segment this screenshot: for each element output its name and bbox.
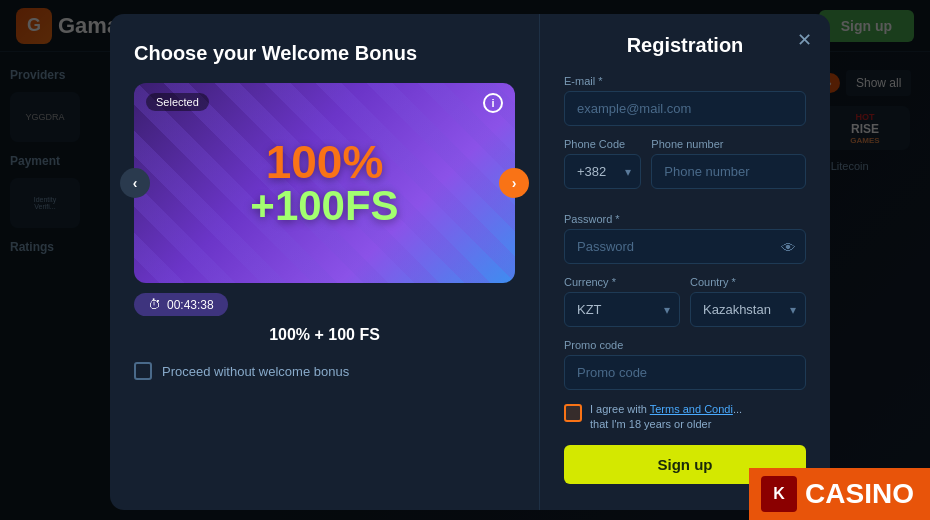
toggle-password-icon[interactable]: 👁	[781, 238, 796, 255]
email-label: E-mail *	[564, 75, 806, 87]
registration-modal: Choose your Welcome Bonus Selected i 100…	[110, 14, 830, 510]
currency-select[interactable]: KZT USD EUR RUB	[564, 292, 680, 327]
phone-code-group: Phone Code +382 +1 +7 +44	[564, 138, 641, 189]
info-icon[interactable]: i	[483, 93, 503, 113]
bonus-panel: Choose your Welcome Bonus Selected i 100…	[110, 14, 540, 510]
password-group: Password * 👁	[564, 213, 806, 264]
timer-badge: ⏱ 00:43:38	[134, 293, 228, 316]
phone-code-wrapper: +382 +1 +7 +44	[564, 154, 641, 189]
currency-group: Currency * KZT USD EUR RUB	[564, 276, 680, 327]
bonus-nav-prev-button[interactable]: ‹	[120, 168, 150, 198]
registration-title: Registration	[564, 34, 806, 57]
bonus-card-wrapper: Selected i 100% +100FS ‹ ›	[134, 83, 515, 283]
casino-watermark: K CASINO	[749, 468, 930, 520]
email-input[interactable]	[564, 91, 806, 126]
bonus-amount-text: 100%	[266, 139, 384, 185]
currency-select-wrapper: KZT USD EUR RUB	[564, 292, 680, 327]
bonus-fs-text: +100FS	[250, 185, 398, 227]
casino-k-icon: K	[761, 476, 797, 512]
timer-icon: ⏱	[148, 297, 161, 312]
agree-row: I agree with Terms and Condi... that I'm…	[564, 402, 806, 433]
agree-text: I agree with Terms and Condi... that I'm…	[590, 402, 742, 433]
country-select[interactable]: Kazakhstan Russia Ukraine Other	[690, 292, 806, 327]
password-input[interactable]	[564, 229, 806, 264]
password-wrapper: 👁	[564, 229, 806, 264]
phone-number-label: Phone number	[651, 138, 806, 150]
proceed-checkbox[interactable]	[134, 362, 152, 380]
selected-badge: Selected	[146, 93, 209, 111]
close-modal-button[interactable]: ✕	[790, 26, 818, 54]
country-select-wrapper: Kazakhstan Russia Ukraine Other	[690, 292, 806, 327]
promo-group: Promo code	[564, 339, 806, 390]
bonus-nav-next-button[interactable]: ›	[499, 168, 529, 198]
proceed-row: Proceed without welcome bonus	[134, 362, 349, 380]
country-label: Country *	[690, 276, 806, 288]
password-label: Password *	[564, 213, 806, 225]
bonus-title: Choose your Welcome Bonus	[134, 42, 417, 65]
bonus-card: Selected i 100% +100FS	[134, 83, 515, 283]
proceed-label: Proceed without welcome bonus	[162, 364, 349, 379]
promo-label: Promo code	[564, 339, 806, 351]
phone-number-input[interactable]	[651, 154, 806, 189]
timer-text: 00:43:38	[167, 298, 214, 312]
phone-group: Phone Code +382 +1 +7 +44 Phone number	[564, 138, 806, 201]
bonus-name: 100% + 100 FS	[134, 326, 515, 344]
agree-checkbox[interactable]	[564, 404, 582, 422]
phone-code-select[interactable]: +382 +1 +7 +44	[564, 154, 641, 189]
country-group: Country * Kazakhstan Russia Ukraine Othe…	[690, 276, 806, 327]
casino-letter: K	[773, 485, 785, 503]
promo-input[interactable]	[564, 355, 806, 390]
age-confirm-text: that I'm 18 years or older	[590, 418, 711, 430]
email-group: E-mail *	[564, 75, 806, 126]
casino-label: CASINO	[805, 478, 914, 510]
terms-link[interactable]: Terms and Condi	[650, 403, 733, 415]
currency-country-row: Currency * KZT USD EUR RUB Country * Kaz…	[564, 276, 806, 339]
registration-panel: ✕ Registration E-mail * Phone Code +382 …	[540, 14, 830, 510]
phone-row: Phone Code +382 +1 +7 +44 Phone number	[564, 138, 806, 201]
phone-number-group: Phone number	[651, 138, 806, 189]
currency-label: Currency *	[564, 276, 680, 288]
phone-code-label: Phone Code	[564, 138, 641, 150]
